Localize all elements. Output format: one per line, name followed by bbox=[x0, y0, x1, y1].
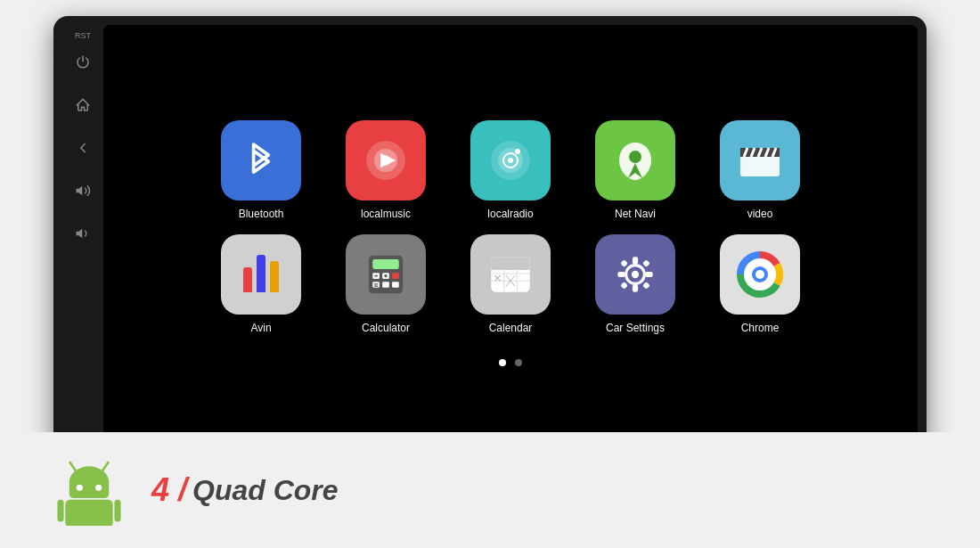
svg-rect-41 bbox=[633, 257, 638, 264]
android-robot-icon bbox=[53, 454, 125, 526]
svg-point-56 bbox=[95, 485, 102, 491]
localradio-icon bbox=[470, 120, 551, 200]
main-screen: Bluetooth localmusic bbox=[103, 25, 918, 444]
app-avin[interactable]: Avin bbox=[203, 234, 319, 334]
video-icon bbox=[720, 120, 800, 200]
svg-point-10 bbox=[515, 149, 520, 154]
localradio-label: localradio bbox=[487, 208, 533, 220]
calendar-icon bbox=[470, 234, 551, 315]
svg-rect-26 bbox=[392, 282, 399, 288]
svg-rect-57 bbox=[65, 500, 112, 526]
back-button[interactable] bbox=[70, 135, 95, 160]
svg-rect-48 bbox=[642, 282, 650, 290]
chrome-icon bbox=[720, 234, 800, 315]
volume-up-button[interactable] bbox=[70, 178, 95, 203]
svg-rect-20 bbox=[372, 259, 398, 269]
power-button[interactable] bbox=[70, 50, 95, 75]
carsettings-label: Car Settings bbox=[606, 322, 665, 334]
svg-rect-45 bbox=[620, 259, 628, 267]
svg-point-9 bbox=[508, 158, 513, 163]
chrome-label: Chrome bbox=[741, 322, 780, 334]
svg-rect-44 bbox=[645, 272, 652, 277]
app-netnavi[interactable]: Net Navi bbox=[577, 120, 693, 220]
carsettings-icon bbox=[595, 234, 675, 315]
calculator-icon bbox=[346, 234, 426, 315]
app-calculator[interactable]: Calculator bbox=[328, 234, 444, 334]
app-grid: Bluetooth localmusic bbox=[176, 102, 845, 352]
quad-core-text: 4 / Quad Core bbox=[151, 471, 339, 509]
quad-core-label: Quad Core bbox=[192, 474, 339, 507]
svg-line-53 bbox=[70, 462, 77, 472]
svg-rect-46 bbox=[642, 259, 650, 267]
localmusic-label: localmusic bbox=[361, 208, 411, 220]
bluetooth-label: Bluetooth bbox=[239, 208, 284, 220]
bluetooth-icon bbox=[221, 120, 301, 200]
svg-rect-23 bbox=[392, 273, 399, 279]
netnavi-icon bbox=[595, 120, 675, 200]
avin-icon bbox=[221, 234, 301, 315]
localmusic-icon bbox=[346, 120, 426, 200]
app-localradio[interactable]: localradio bbox=[453, 120, 568, 220]
svg-rect-34 bbox=[491, 265, 529, 270]
app-video[interactable]: video bbox=[702, 120, 818, 220]
app-chrome[interactable]: Chrome bbox=[702, 234, 818, 334]
app-calendar[interactable]: Calendar bbox=[453, 234, 568, 334]
app-localmusic[interactable]: localmusic bbox=[328, 120, 444, 220]
svg-point-40 bbox=[632, 271, 639, 278]
svg-point-52 bbox=[755, 270, 764, 279]
svg-rect-47 bbox=[620, 282, 628, 290]
device-shell: RST bbox=[53, 16, 927, 453]
svg-rect-42 bbox=[633, 284, 638, 291]
pagination-dots bbox=[499, 359, 522, 366]
app-carsettings[interactable]: Car Settings bbox=[577, 234, 693, 334]
svg-point-11 bbox=[629, 151, 641, 163]
svg-point-55 bbox=[77, 485, 83, 491]
avin-label: Avin bbox=[250, 322, 271, 334]
pagination-dot-1[interactable] bbox=[499, 359, 506, 366]
calendar-label: Calendar bbox=[489, 322, 533, 334]
video-label: video bbox=[747, 208, 773, 220]
rst-label: RST bbox=[75, 32, 91, 41]
app-bluetooth[interactable]: Bluetooth bbox=[203, 120, 319, 220]
quad-core-number: 4 / bbox=[151, 471, 187, 509]
volume-down-button[interactable] bbox=[70, 221, 95, 246]
svg-line-54 bbox=[102, 462, 108, 472]
svg-marker-0 bbox=[77, 186, 83, 196]
svg-rect-25 bbox=[382, 282, 389, 288]
netnavi-label: Net Navi bbox=[615, 208, 656, 220]
home-button[interactable] bbox=[70, 93, 95, 118]
svg-rect-59 bbox=[114, 500, 120, 522]
pagination-dot-2[interactable] bbox=[515, 359, 522, 366]
svg-marker-1 bbox=[77, 229, 83, 239]
side-buttons: RST bbox=[62, 25, 103, 444]
calculator-label: Calculator bbox=[362, 322, 410, 334]
svg-rect-58 bbox=[57, 500, 63, 522]
bottom-section: 4 / Quad Core bbox=[0, 432, 980, 548]
svg-rect-43 bbox=[617, 272, 625, 277]
